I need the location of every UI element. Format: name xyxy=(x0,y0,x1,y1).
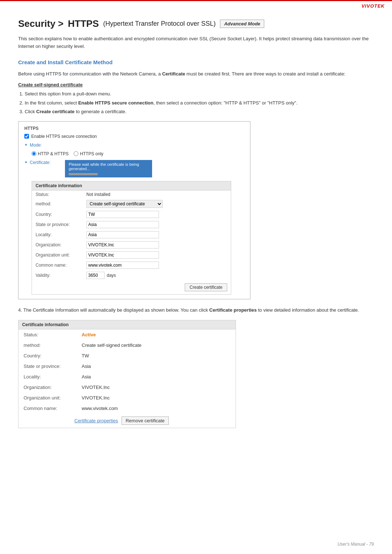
status-value: Not installed xyxy=(83,190,231,198)
step-2: In the first column, select Enable HTTPS… xyxy=(25,99,374,107)
org-input[interactable] xyxy=(86,241,159,249)
common-name-input[interactable] xyxy=(86,262,159,269)
table-row: State or province: Asia xyxy=(19,361,236,372)
table-row: Country: xyxy=(32,209,231,219)
table-row: Locality: Asia xyxy=(19,372,236,382)
state-label-2: State or province: xyxy=(19,361,77,372)
certificate-row: ✦ Certificate: xyxy=(24,160,50,165)
table-row: Locality: xyxy=(32,230,231,240)
state-value-2: Asia xyxy=(77,361,236,372)
method-select-cell: Create self-signed certificate xyxy=(83,198,231,209)
org-unit-input-cell xyxy=(83,250,231,260)
org-input-cell xyxy=(83,240,231,250)
cert-info-table: Status: Not installed method: Create sel… xyxy=(32,190,231,280)
common-name-label-2: Common name: xyxy=(19,403,77,414)
locality-input[interactable] xyxy=(86,231,159,238)
table-row: Organization: VIVOTEK.Inc xyxy=(19,382,236,393)
cert-info-header-2: Certificate information xyxy=(19,320,236,329)
section-intro: Before using HTTPS for communication wit… xyxy=(18,70,374,78)
country-label-2: Country: xyxy=(19,350,77,361)
https-configuration-box: HTTPS Enable HTTPS secure connection ✦ M… xyxy=(18,121,250,299)
org-label-2: Organization: xyxy=(19,382,77,393)
table-row: Organization unit: VIVOTEK.Inc xyxy=(19,393,236,403)
https-box-title: HTTPS xyxy=(24,126,244,131)
table-row: Country: TW xyxy=(19,350,236,361)
table-row: Validity: days xyxy=(32,270,231,280)
org-unit-label: Organization unit: xyxy=(32,250,83,260)
org-unit-input[interactable] xyxy=(86,251,159,259)
enable-https-row: Enable HTTPS secure connection xyxy=(24,134,244,139)
locality-value-2: Asia xyxy=(77,372,236,382)
validity-label: Validity: xyxy=(32,270,83,280)
remove-certificate-button[interactable]: Remove certificate xyxy=(122,416,169,425)
step4-description: 4. The Certificate Information will auto… xyxy=(18,307,374,314)
title-https: HTTPS xyxy=(68,18,99,29)
radio-http-https-label[interactable]: HTTP & HTTPS xyxy=(32,151,69,156)
active-status: Active xyxy=(82,332,96,337)
advanced-mode-button[interactable]: Advanced Mode xyxy=(220,20,264,28)
state-input[interactable] xyxy=(86,221,159,228)
radio-http-https[interactable] xyxy=(32,151,36,156)
table-row: Organization unit: xyxy=(32,250,231,260)
country-input[interactable] xyxy=(86,211,159,218)
mode-label: Mode: xyxy=(30,143,42,148)
certificate-label: Certificate: xyxy=(30,160,50,165)
state-label: State or province: xyxy=(32,219,83,230)
create-cert-btn-row: Create certificate xyxy=(32,280,231,294)
validity-input[interactable] xyxy=(86,272,105,279)
section-title: Create and Install Certificate Method xyxy=(18,59,374,65)
mode-row: ✦ Mode: xyxy=(24,143,244,148)
step-3: Click Create certificate to generate a c… xyxy=(25,108,374,115)
table-row: method: Create self-signed certificate xyxy=(32,198,231,209)
radio-http-https-text: HTTP & HTTPS xyxy=(38,151,69,156)
locality-input-cell xyxy=(83,230,231,240)
title-subtitle: (Hypertext Transfer Protocol over SSL) xyxy=(103,20,216,28)
table-row: Status: Not installed xyxy=(32,190,231,198)
certificate-properties-button[interactable]: Certificate properties xyxy=(74,418,118,423)
locality-label-2: Locality: xyxy=(19,372,77,382)
validity-unit: days xyxy=(107,273,116,278)
table-row: State or province: xyxy=(32,219,231,230)
status-label-2: Status: xyxy=(19,329,77,340)
common-name-label: Common name: xyxy=(32,260,83,270)
method-label: method: xyxy=(32,198,83,209)
step-1: Select this option from a pull-down menu… xyxy=(25,90,374,98)
table-row: Common name: xyxy=(32,260,231,270)
page-footer: User's Manual - 79 xyxy=(338,542,374,547)
enable-https-checkbox[interactable] xyxy=(24,134,29,139)
org-unit-label-2: Organization unit: xyxy=(19,393,77,403)
enable-https-label: Enable HTTPS secure connection xyxy=(31,134,97,139)
subsection-create-self-signed: Create self-signed certificate xyxy=(18,82,374,87)
radio-https-only-text: HTTPS only xyxy=(80,151,103,156)
status-value-2: Active xyxy=(77,329,236,340)
radio-https-only-label[interactable]: HTTPS only xyxy=(74,151,103,156)
method-label-2: method: xyxy=(19,340,77,350)
method-select[interactable]: Create self-signed certificate xyxy=(86,200,163,208)
title-security: Security > xyxy=(18,18,64,29)
status-label: Status: xyxy=(32,190,83,198)
create-certificate-button[interactable]: Create certificate xyxy=(185,283,227,291)
table-row: method: Create self-signed certificate xyxy=(19,340,236,350)
country-input-cell xyxy=(83,209,231,219)
country-label: Country: xyxy=(32,209,83,219)
locality-label: Locality: xyxy=(32,230,83,240)
certificate-info-box: Certificate information Status: Not inst… xyxy=(32,181,231,295)
brand-label: VIVOTEK xyxy=(362,3,385,9)
validity-input-cell: days xyxy=(83,270,231,280)
certificate-tooltip: Please wait while the certificate is bei… xyxy=(65,160,152,177)
common-name-input-cell xyxy=(83,260,231,270)
cert2-button-row: Certificate properties Remove certificat… xyxy=(69,414,236,428)
page-description: This section explains how to enable auth… xyxy=(18,35,374,50)
org-unit-value-2: VIVOTEK.Inc xyxy=(77,393,236,403)
common-name-value-2: www.vivotek.com xyxy=(77,403,236,414)
table-row: Status: Active xyxy=(19,329,236,340)
cert-info-header: Certificate information xyxy=(32,181,231,190)
radio-https-only[interactable] xyxy=(74,151,78,156)
org-label: Organization: xyxy=(32,240,83,250)
org-value-2: VIVOTEK.Inc xyxy=(77,382,236,393)
country-value-2: TW xyxy=(77,350,236,361)
page-title-container: Security > HTTPS (Hypertext Transfer Pro… xyxy=(18,18,374,29)
certificate-info-box-2: Certificate information Status: Active m… xyxy=(18,320,236,428)
table-row: Common name: www.vivotek.com xyxy=(19,403,236,414)
table-row: Organization: xyxy=(32,240,231,250)
